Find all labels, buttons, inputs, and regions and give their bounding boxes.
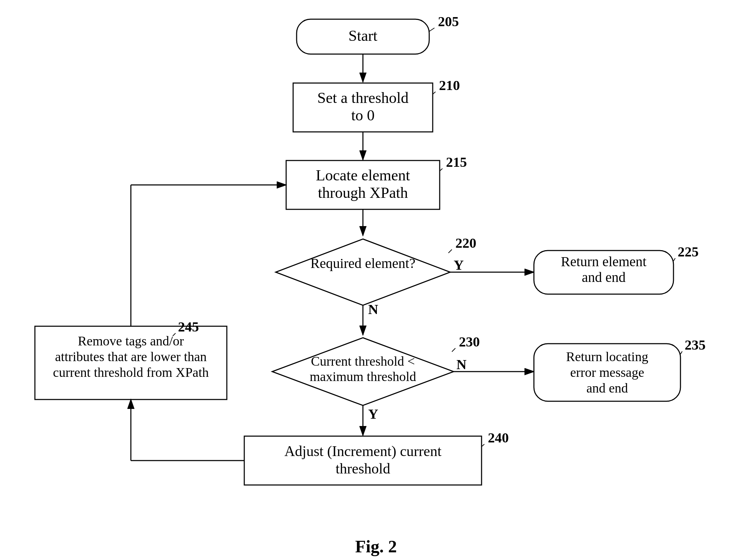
return-element-label-1: Return element — [561, 254, 646, 269]
adjust-threshold-label-1: Adjust (Increment) current — [284, 443, 441, 460]
set-threshold-label-1: Set a threshold — [317, 89, 409, 106]
adjust-threshold-label-2: threshold — [336, 461, 390, 477]
return-element-label-2: and end — [582, 269, 626, 285]
svg-line-1 — [429, 28, 434, 31]
return-error-label-3: and end — [586, 381, 628, 395]
return-error-label-1: Return locating — [566, 349, 648, 364]
y-label-required: Y — [454, 257, 464, 273]
locate-element-label-1: Locate element — [316, 167, 410, 184]
ref-215: 215 — [446, 154, 467, 170]
current-threshold-label-2: maximum threshold — [310, 369, 416, 384]
n-label-required: N — [368, 301, 378, 317]
remove-tags-label-3: current threshold from XPath — [53, 365, 209, 380]
remove-tags-label-1: Remove tags and/or — [78, 334, 184, 348]
flowchart-svg: Start 205 Set a threshold to 0 210 Locat… — [0, 0, 752, 541]
figure-caption: Fig. 2 — [0, 536, 752, 557]
ref-220: 220 — [455, 235, 476, 251]
ref-235: 235 — [685, 337, 706, 353]
diagram-container: Start 205 Set a threshold to 0 210 Locat… — [0, 0, 752, 541]
ref-245: 245 — [178, 319, 199, 335]
ref-225: 225 — [678, 244, 699, 260]
current-threshold-label-1: Current threshold < — [311, 354, 415, 368]
return-error-label-2: error message — [570, 365, 644, 380]
locate-element-label-2: through XPath — [318, 184, 408, 201]
svg-line-13 — [680, 351, 682, 354]
fig-label: Fig. 2 — [355, 537, 397, 556]
set-threshold-label-2: to 0 — [351, 107, 374, 124]
svg-line-9 — [673, 258, 675, 261]
ref-230: 230 — [459, 334, 480, 350]
remove-tags-label-2: attributes that are lower than — [55, 349, 207, 364]
svg-line-11 — [452, 348, 455, 352]
ref-210: 210 — [439, 77, 460, 93]
ref-205: 205 — [438, 14, 459, 29]
required-element-node — [276, 239, 450, 305]
required-element-label-1: Required element? — [311, 255, 416, 271]
n-label-threshold: N — [456, 357, 467, 372]
svg-line-7 — [448, 249, 452, 253]
ref-240: 240 — [488, 430, 509, 446]
start-label: Start — [348, 27, 377, 44]
y-label-threshold: Y — [368, 406, 378, 422]
